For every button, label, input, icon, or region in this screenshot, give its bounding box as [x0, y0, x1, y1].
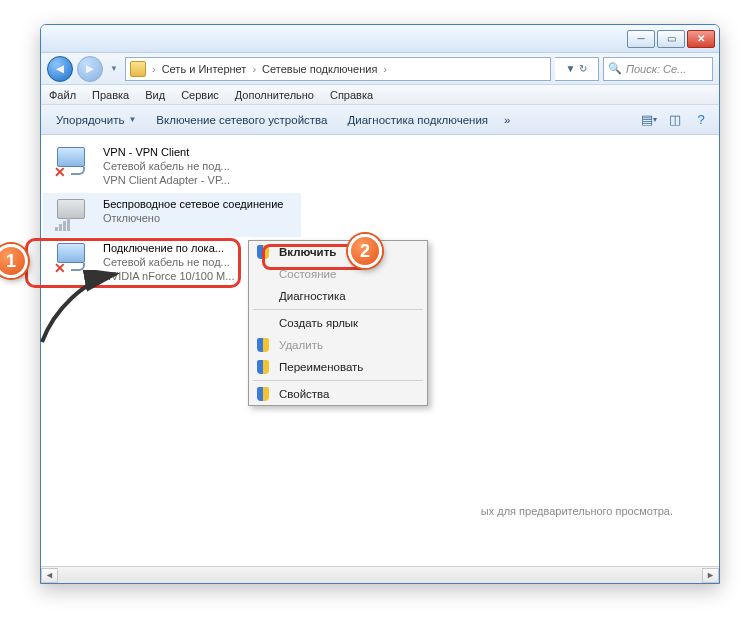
ctx-rename-label: Переименовать [279, 361, 363, 373]
forward-button[interactable]: ► [77, 56, 103, 82]
ctx-delete-label: Удалить [279, 339, 323, 351]
error-x-icon: ✕ [53, 261, 67, 275]
folder-icon [130, 61, 146, 77]
adapter-icon: ✕ [53, 145, 95, 179]
item-line2: Сетевой кабель не под... [103, 255, 234, 269]
item-title: Беспроводное сетевое соединение [103, 197, 283, 211]
annotation-badge-2: 2 [348, 234, 382, 268]
item-line3: VPN Client Adapter - VP... [103, 173, 230, 187]
shield-icon [255, 386, 271, 402]
ctx-shortcut-label: Создать ярлык [279, 317, 358, 329]
breadcrumb-sep: › [152, 63, 156, 75]
item-title: VPN - VPN Client [103, 145, 230, 159]
ctx-properties-label: Свойства [279, 388, 330, 400]
command-bar: Упорядочить ▼ Включение сетевого устройс… [41, 105, 719, 135]
ctx-rename[interactable]: Переименовать [249, 356, 427, 378]
menu-bar: Файл Правка Вид Сервис Дополнительно Спр… [41, 85, 719, 105]
navigation-bar: ◄ ► ▼ › Сеть и Интернет › Сетевые подклю… [41, 53, 719, 85]
address-refresh[interactable]: ▼ ↻ [555, 57, 599, 81]
search-input[interactable]: 🔍 Поиск: Се... [603, 57, 713, 81]
search-placeholder: Поиск: Се... [626, 63, 686, 75]
preview-pane-button[interactable]: ◫ [663, 109, 687, 131]
back-button[interactable]: ◄ [47, 56, 73, 82]
minimize-button[interactable]: ─ [627, 30, 655, 48]
title-bar: ─ ▭ ✕ [41, 25, 719, 53]
maximize-button[interactable]: ▭ [657, 30, 685, 48]
enable-device-label: Включение сетевого устройства [156, 114, 327, 126]
menu-extra[interactable]: Дополнительно [227, 87, 322, 103]
wifi-signal-icon [55, 218, 70, 231]
address-bar[interactable]: › Сеть и Интернет › Сетевые подключения … [125, 57, 551, 81]
horizontal-scrollbar[interactable]: ◄ ► [41, 566, 719, 583]
diagnose-label: Диагностика подключения [347, 114, 488, 126]
ctx-status-label: Состояние [279, 268, 336, 280]
connection-item-wireless[interactable]: Беспроводное сетевое соединение Отключен… [43, 193, 301, 237]
enable-device-button[interactable]: Включение сетевого устройства [147, 109, 336, 131]
ctx-diagnostics-label: Диагностика [279, 290, 346, 302]
ctx-enable[interactable]: Включить [249, 241, 427, 263]
nav-history-dropdown[interactable]: ▼ [107, 58, 121, 80]
item-line2: Отключено [103, 211, 283, 225]
shield-icon [255, 244, 271, 260]
refresh-icon[interactable]: ↻ [579, 63, 587, 74]
more-commands[interactable]: » [499, 109, 515, 131]
menu-file[interactable]: Файл [41, 87, 84, 103]
annotation-badge-1: 1 [0, 244, 28, 278]
menu-service[interactable]: Сервис [173, 87, 227, 103]
preview-hint-text: ых для предварительного просмотра. [481, 505, 673, 517]
shield-icon [255, 359, 271, 375]
ctx-create-shortcut[interactable]: Создать ярлык [249, 312, 427, 334]
error-x-icon: ✕ [53, 165, 67, 179]
close-button[interactable]: ✕ [687, 30, 715, 48]
ctx-diagnostics[interactable]: Диагностика [249, 285, 427, 307]
ctx-properties[interactable]: Свойства [249, 383, 427, 405]
separator [253, 309, 423, 310]
shield-icon [255, 337, 271, 353]
ctx-delete: Удалить [249, 334, 427, 356]
connection-item[interactable]: ✕ VPN - VPN Client Сетевой кабель не под… [43, 141, 301, 193]
organize-button[interactable]: Упорядочить ▼ [47, 109, 145, 131]
ctx-enable-label: Включить [279, 246, 336, 258]
item-title: Подключение по лока... [103, 241, 234, 255]
organize-label: Упорядочить [56, 114, 124, 126]
menu-edit[interactable]: Правка [84, 87, 137, 103]
context-menu: Включить Состояние Диагностика Создать я… [248, 240, 428, 406]
breadcrumb-sep: › [252, 63, 256, 75]
view-options-button[interactable]: ▤▾ [637, 109, 661, 131]
scroll-left-button[interactable]: ◄ [41, 568, 58, 583]
chevron-down-icon: ▼ [128, 115, 136, 124]
adapter-icon: ✕ [53, 241, 95, 275]
breadcrumb-level2[interactable]: Сетевые подключения [262, 63, 377, 75]
menu-view[interactable]: Вид [137, 87, 173, 103]
separator [253, 380, 423, 381]
diagnose-button[interactable]: Диагностика подключения [338, 109, 497, 131]
breadcrumb-level1[interactable]: Сеть и Интернет [162, 63, 247, 75]
addr-dropdown-icon: ▼ [566, 63, 576, 74]
help-button[interactable]: ? [689, 109, 713, 131]
menu-help[interactable]: Справка [322, 87, 381, 103]
breadcrumb-sep: › [383, 63, 387, 75]
item-line2: Сетевой кабель не под... [103, 159, 230, 173]
adapter-icon [53, 197, 95, 231]
ctx-status: Состояние [249, 263, 427, 285]
item-line3: NVIDIA nForce 10/100 M... [103, 269, 234, 283]
scroll-right-button[interactable]: ► [702, 568, 719, 583]
chevron-down-icon: ▾ [653, 115, 657, 124]
search-icon: 🔍 [608, 62, 622, 75]
